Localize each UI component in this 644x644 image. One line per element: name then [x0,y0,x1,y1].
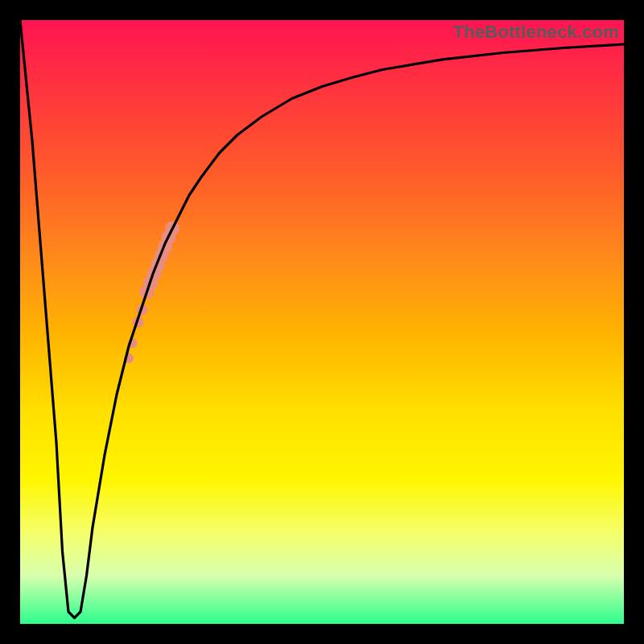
chart-frame: TheBottleneck.com [0,0,644,644]
plot-area: TheBottleneck.com [20,20,624,624]
bottleneck-curve [20,20,624,618]
curve-svg [20,20,624,624]
marker-cluster [124,221,180,363]
